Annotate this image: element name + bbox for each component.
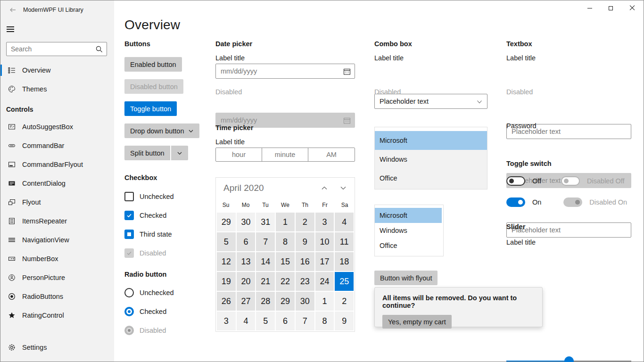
calendar-cell[interactable]: 7 — [296, 312, 314, 330]
calendar-cell[interactable]: 5 — [256, 312, 275, 330]
calendar-cell[interactable]: 18 — [335, 252, 354, 271]
listbox-item-windows[interactable]: Windows — [375, 223, 443, 238]
calendar-cell[interactable]: 16 — [296, 252, 314, 271]
sidebar-item-navigationview[interactable]: NavigationView — [0, 230, 114, 249]
sidebar-item-personpicture[interactable]: PersonPicture — [0, 268, 114, 287]
sidebar-item-themes[interactable]: Themes — [0, 80, 114, 99]
calendar-cell[interactable]: 2 — [296, 213, 314, 231]
calendar-month-label[interactable]: April 2020 — [223, 183, 321, 193]
timepicker-minute[interactable]: minute — [262, 148, 308, 161]
toggle-switch-on[interactable] — [506, 197, 525, 207]
calendar-cell[interactable]: 30 — [296, 292, 314, 311]
listbox-item-office[interactable]: Office — [375, 169, 487, 188]
calendar-cell[interactable]: 4 — [237, 312, 256, 330]
calendar-cell[interactable]: 3 — [217, 312, 236, 330]
split-button-dropdown[interactable] — [171, 146, 188, 160]
checkbox-checked[interactable]: Checked — [124, 210, 166, 221]
calendar-cell[interactable]: 27 — [237, 292, 256, 311]
calendar-cell[interactable]: 15 — [276, 252, 295, 271]
calendar-cell[interactable]: 6 — [237, 232, 256, 251]
calendar-cell[interactable]: 4 — [335, 213, 354, 231]
listbox-item-microsoft[interactable]: Microsoft — [375, 208, 442, 223]
calendar-cell[interactable]: 2 — [335, 292, 354, 311]
calendar-cell[interactable]: 13 — [237, 252, 256, 271]
controls-section-header: Controls — [0, 101, 114, 117]
calendar-cell[interactable]: 19 — [217, 272, 236, 291]
calendar-cell[interactable]: 30 — [237, 213, 256, 231]
textbox-label: Label title — [506, 54, 536, 62]
password-input[interactable] — [507, 223, 631, 237]
calendar-cell-selected[interactable]: 25 — [335, 272, 354, 291]
hamburger-icon[interactable] — [7, 23, 20, 35]
timepicker-ampm[interactable]: AM — [308, 148, 355, 161]
sidebar-item-settings[interactable]: Settings — [0, 338, 114, 357]
calendar-cell[interactable]: 17 — [315, 252, 334, 271]
calendar-cell[interactable]: 31 — [256, 213, 275, 231]
sidebar-item-autosuggestbox[interactable]: AutoSuggestBox — [0, 117, 114, 136]
calendar-cell[interactable]: 26 — [217, 292, 236, 311]
calendar-cell[interactable]: 14 — [256, 252, 275, 271]
enabled-button[interactable]: Enabled button — [124, 57, 182, 72]
sidebar-item-commandbarflyout[interactable]: CommandBarFlyout — [0, 155, 114, 174]
listbox-item-office[interactable]: Office — [375, 238, 443, 253]
calendar-cell[interactable]: 6 — [276, 312, 295, 330]
combobox[interactable]: Placeholder text — [374, 94, 487, 109]
calendar-cell[interactable]: 9 — [335, 312, 354, 330]
calendar-cell[interactable]: 8 — [276, 232, 295, 251]
calendar-icon[interactable] — [343, 68, 351, 75]
close-button[interactable] — [621, 0, 643, 16]
timepicker-hour[interactable]: hour — [216, 148, 262, 161]
calendar-cell[interactable]: 29 — [217, 213, 236, 231]
slider-thumb[interactable] — [564, 356, 574, 362]
calendar-prev-button[interactable] — [321, 184, 328, 192]
calendar-cell[interactable]: 24 — [315, 272, 334, 291]
calendar-cell[interactable]: 10 — [315, 232, 334, 251]
flyout-action-button[interactable]: Yes, empty my cart — [382, 315, 452, 329]
sidebar-item-ratingcontrol[interactable]: RatingControl — [0, 306, 114, 325]
calendar-cell[interactable]: 5 — [217, 232, 236, 251]
sidebar-item-itemsrepeater[interactable]: ItemsRepeater — [0, 212, 114, 230]
sidebar-item-commandbar[interactable]: CommandBar — [0, 136, 114, 155]
calendar-cell[interactable]: 12 — [217, 252, 236, 271]
sidebar-item-numberbox[interactable]: NumberBox — [0, 249, 114, 268]
dropdown-button[interactable]: Drop down button — [124, 123, 199, 138]
back-arrow-icon[interactable] — [6, 3, 19, 16]
calendar-cell[interactable]: 21 — [256, 272, 275, 291]
calendar-cell[interactable]: 1 — [315, 292, 334, 311]
calendar-cell[interactable]: 8 — [315, 312, 334, 330]
radio-unchecked[interactable]: Unchecked — [124, 287, 174, 298]
main-content: Overview Buttons Enabled button Disabled… — [114, 0, 644, 362]
listbox-item-microsoft[interactable]: Microsoft — [375, 131, 487, 150]
datepicker-label: Label title — [215, 54, 245, 62]
calendar-cell[interactable]: 3 — [315, 213, 334, 231]
sidebar-item-overview[interactable]: Overview — [0, 61, 114, 80]
listbox-item-windows[interactable]: Windows — [375, 150, 487, 169]
sidebar-item-radiobuttons[interactable]: RadioButtons — [0, 287, 114, 306]
calendar-cell[interactable]: 20 — [237, 272, 256, 291]
minimize-button[interactable] — [579, 0, 600, 16]
search-icon[interactable] — [95, 45, 103, 53]
split-button-main[interactable]: Split button — [124, 146, 170, 160]
toggle-button[interactable]: Toggle button — [124, 101, 177, 116]
toggle-switch-off[interactable] — [506, 176, 525, 186]
calendar-cell[interactable]: 7 — [256, 232, 275, 251]
calendar-cell[interactable]: 23 — [296, 272, 314, 291]
calendar-cell[interactable]: 29 — [276, 292, 295, 311]
calendar-cell[interactable]: 11 — [335, 232, 354, 251]
calendar-cell[interactable]: 1 — [276, 213, 295, 231]
calendar-cell[interactable]: 28 — [256, 292, 275, 311]
flyout-button[interactable]: Button with flyout — [374, 271, 438, 285]
calendar-next-button[interactable] — [339, 184, 347, 192]
maximize-button[interactable] — [600, 0, 621, 16]
calendar-cell[interactable]: 9 — [296, 232, 314, 251]
app-title: ModernWPF UI Library — [23, 7, 83, 13]
calendar-cell[interactable]: 22 — [276, 272, 295, 291]
sidebar-item-contentdialog[interactable]: ContentDialog — [0, 174, 114, 193]
calendar-day-header: Fr — [315, 198, 335, 212]
sidebar-item-flyout[interactable]: Flyout — [0, 193, 114, 212]
checkbox-unchecked[interactable]: Unchecked — [124, 191, 174, 202]
search-input[interactable] — [7, 42, 107, 56]
radio-checked[interactable]: Checked — [124, 306, 166, 317]
datepicker-input[interactable] — [216, 64, 355, 78]
checkbox-third-state[interactable]: Third state — [124, 229, 172, 240]
